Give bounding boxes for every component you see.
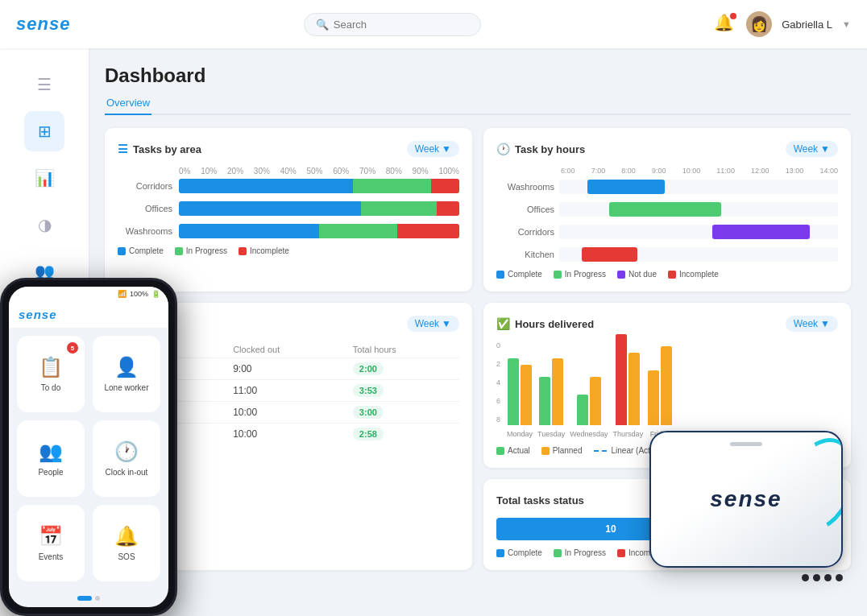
device-port	[836, 574, 843, 581]
page-title: Dashboard	[105, 64, 851, 87]
legend-dot	[118, 247, 126, 255]
total-cell: 2:00	[346, 358, 459, 380]
legend-complete: Complete	[496, 270, 542, 279]
hours-col-tuesday: Tuesday	[537, 358, 565, 438]
phone-tile-people[interactable]: 👥 People	[17, 420, 85, 497]
app-header: sense 🔍 🔔 👩 Gabriella L ▼	[0, 0, 867, 48]
bar-incomplete	[431, 179, 459, 193]
clocked-week-button[interactable]: Week ▼	[407, 316, 459, 332]
legend-dot	[239, 247, 247, 255]
hours-card-header: ✅ Hours delivered Week ▼	[496, 316, 838, 332]
phone-tiles-grid: 5 📋 To do 👤 Lone worker 👥 People 🕐 Clock…	[9, 328, 168, 589]
todo-label: To do	[41, 383, 60, 392]
avatar: 👩	[746, 11, 772, 37]
hours-y-axis: 8 6 4 2 0	[496, 341, 500, 438]
gantt-bar	[587, 180, 666, 194]
legend-dot	[554, 271, 562, 279]
search-input[interactable]	[334, 19, 469, 31]
sidebar-item-reports[interactable]: 📊	[24, 158, 64, 198]
day-label: Thursday	[613, 430, 644, 438]
phone-status-bar: 📶 100% 🔋	[9, 287, 168, 301]
total-hours-header: Total hours	[346, 341, 459, 358]
total-cell: 2:58	[346, 424, 459, 445]
bar-label: Offices	[118, 204, 172, 213]
clock-label: Clock in-out	[106, 468, 148, 477]
bar-inprogress	[353, 179, 431, 193]
search-bar[interactable]: 🔍	[304, 13, 481, 36]
hours-badge: 3:53	[353, 384, 384, 397]
bar-inprogress	[319, 224, 397, 238]
hours-bars	[577, 377, 601, 425]
gantt-row-washrooms: Washrooms	[496, 180, 838, 194]
page-dot-active	[77, 596, 92, 601]
header-right: 🔔 👩 Gabriella L ▼	[714, 11, 851, 37]
legend-inprogress: In Progress	[554, 270, 606, 279]
device-ports	[649, 568, 859, 588]
gantt-legend: Complete In Progress Not due Incomplete	[496, 270, 838, 279]
sidebar-item-analytics[interactable]: ◑	[24, 205, 64, 245]
tasks-by-area-title: ☰ Tasks by area	[118, 143, 201, 155]
search-icon: 🔍	[316, 19, 329, 31]
gantt-chart: Washrooms Offices Corridors	[496, 180, 838, 262]
hours-col-monday: Monday	[507, 358, 533, 438]
events-label: Events	[39, 552, 64, 561]
gantt-track	[559, 225, 838, 239]
legend-dot	[496, 271, 504, 279]
todo-badge: 5	[67, 342, 78, 353]
planned-bar	[590, 377, 601, 425]
legend-actual: Actual	[496, 446, 530, 455]
events-icon: 📅	[39, 525, 63, 548]
phone-tile-lone-worker[interactable]: 👤 Lone worker	[93, 336, 160, 412]
tasks-week-button[interactable]: Week ▼	[407, 141, 459, 157]
phone-mockup: 📶 100% 🔋 sense 5 📋 To do 👤 Lone worker 👥…	[0, 278, 177, 616]
planned-bar	[661, 346, 672, 425]
legend-dot	[668, 271, 676, 279]
bar-row-washrooms: Washrooms	[118, 224, 459, 238]
phone-tile-todo[interactable]: 5 📋 To do	[17, 336, 85, 412]
card-header-hours: 🕐 Task by hours Week ▼	[496, 141, 838, 157]
menu-icon: ☰	[37, 75, 52, 94]
hours-delivered-week-button[interactable]: Week ▼	[786, 316, 838, 332]
task-hours-title: 🕐 Task by hours	[496, 143, 585, 155]
device-port	[813, 574, 820, 581]
total-tasks-title: Total tasks status	[496, 494, 584, 506]
hours-bars	[508, 358, 532, 425]
clocked-out-cell: 10:00	[226, 402, 346, 424]
hours-week-button[interactable]: Week ▼	[786, 141, 838, 157]
people-label: People	[38, 468, 63, 477]
bar-chart-icon: 📊	[35, 168, 55, 188]
people-tile-icon: 👥	[39, 440, 63, 463]
clocked-out-header: Clocked out	[226, 341, 346, 358]
lone-worker-label: Lone worker	[104, 383, 148, 392]
day-label: Wednesday	[570, 430, 608, 438]
bar-row-offices: Offices	[118, 201, 459, 216]
tab-overview[interactable]: Overview	[105, 92, 151, 115]
phone-tile-sos[interactable]: 🔔 SOS	[93, 505, 160, 581]
hours-badge: 2:00	[353, 362, 384, 375]
phone-tile-events[interactable]: 📅 Events	[17, 505, 85, 581]
bar-complete	[179, 224, 319, 238]
gantt-track	[559, 202, 838, 217]
legend-dot	[554, 549, 562, 557]
actual-bar	[648, 370, 659, 425]
tab-bar: Overview	[105, 92, 851, 115]
bar-incomplete	[397, 224, 459, 238]
notification-icon[interactable]: 🔔	[714, 13, 736, 35]
hours-chart-area: 8 6 4 2 0	[496, 341, 838, 438]
sidebar-item-dashboard[interactable]: ⊞	[24, 111, 64, 151]
gantt-row-offices: Offices	[496, 202, 838, 217]
phone-tile-clock[interactable]: 🕐 Clock in-out	[93, 420, 160, 497]
legend-dot	[617, 549, 625, 557]
legend-notdue: Not due	[617, 270, 657, 279]
chevron-down-icon[interactable]: ▼	[842, 19, 851, 29]
gantt-x-axis: 6:00 7:00 8:00 9:00 10:00 11:00 12:00 13…	[496, 167, 838, 175]
gantt-bar	[582, 247, 637, 262]
task-by-hours-card: 🕐 Task by hours Week ▼ 6:00 7:00 8:00 9:…	[483, 128, 851, 291]
hours-col-thursday: Thursday	[613, 334, 644, 438]
clock-title-icon: 🕐	[496, 143, 510, 155]
hours-bars-area: Monday Tuesday	[504, 341, 838, 438]
bar-container	[179, 224, 459, 238]
sidebar-item-menu[interactable]: ☰	[24, 64, 64, 105]
app-logo: sense	[16, 14, 70, 35]
legend-planned: Planned	[541, 446, 583, 455]
